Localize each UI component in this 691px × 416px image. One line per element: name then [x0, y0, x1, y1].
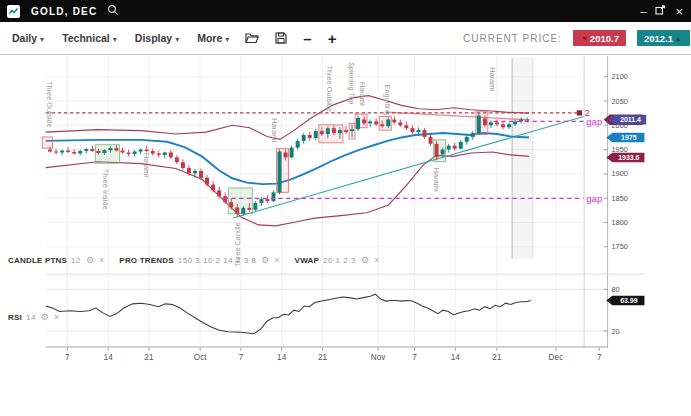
svg-text:2011.4: 2011.4	[620, 116, 641, 123]
svg-text:1933.6: 1933.6	[618, 154, 639, 161]
x-axis-label: 14	[451, 353, 461, 362]
settings-gear-icon[interactable]: ⚙	[361, 256, 369, 265]
settings-gear-icon[interactable]: ⚙	[261, 256, 269, 265]
x-axis-label: 7	[597, 353, 602, 362]
x-axis-label: 21	[144, 353, 154, 362]
ask-price-badge: 2012.1 ▴	[637, 30, 690, 46]
gap-label: gap	[586, 116, 602, 127]
svg-text:1975: 1975	[621, 134, 637, 141]
open-folder-icon[interactable]	[245, 32, 259, 44]
settings-gear-icon[interactable]: ⚙	[86, 256, 94, 265]
price-panel-legend: CANDLE PTNS12⚙×PRO TRENDS150 3 10 2 14 2…	[8, 256, 394, 265]
gap-label: gap	[586, 193, 602, 204]
x-axis-label: 14	[277, 353, 287, 362]
price-axis-label: 1900	[611, 169, 627, 178]
search-icon[interactable]	[107, 2, 119, 20]
pattern-name-label: Harami	[270, 118, 279, 142]
overlay-lines	[46, 96, 584, 226]
up-arrow-icon: ▴	[676, 34, 680, 43]
chevron-down-icon: ▾	[175, 35, 179, 44]
app-logo-icon	[7, 5, 20, 18]
bollinger-upper-line	[46, 96, 529, 140]
toolbar: Daily▾ Technical▾ Display▾ More▾ – + CUR…	[0, 22, 691, 55]
axes: 2100205020001950190018501800175080207142…	[46, 56, 646, 362]
price-axis-label: 1850	[611, 194, 627, 203]
indicator-legend-item: RSI14⚙×	[8, 313, 59, 322]
x-axis-label: 7	[239, 353, 244, 362]
pattern-name-label: Harami	[142, 153, 151, 177]
pattern-box	[42, 137, 52, 148]
close-button[interactable]: ×	[675, 5, 683, 18]
indicator-params: 150 3 10 2 14 2 3 8	[178, 256, 256, 265]
chevron-down-icon: ▾	[225, 35, 229, 44]
symbol-title: GOLD, DEC	[31, 6, 97, 17]
x-axis-label: Nov	[371, 353, 387, 362]
x-axis-label: 14	[104, 353, 114, 362]
rsi-panel: 63.99	[46, 294, 645, 334]
price-axis-label: 2050	[611, 97, 627, 106]
line-handle	[577, 110, 582, 115]
x-axis-label: 21	[492, 353, 502, 362]
price-axis-label: 1800	[611, 218, 627, 227]
indicator-legend-item: PRO TRENDS150 3 10 2 14 2 3 8⚙×	[119, 256, 279, 265]
indicator-params: 12	[71, 256, 81, 265]
pattern-name-label: Three Inside	[101, 169, 110, 210]
pattern-labels: Three OutsideThree InsideHaramiThree Can…	[45, 62, 497, 267]
chevron-down-icon: ▾	[40, 35, 44, 44]
rsi-line	[46, 294, 531, 334]
indicator-legend-item: CANDLE PTNS12⚙×	[8, 256, 104, 265]
zoom-in-button[interactable]: +	[328, 31, 337, 46]
chevron-down-icon: ▾	[113, 35, 117, 44]
price-axis-label: 1750	[611, 242, 627, 251]
current-price-label: CURRENT PRICE:	[463, 33, 562, 44]
indicator-name: PRO TRENDS	[119, 256, 173, 265]
remove-indicator-icon[interactable]: ×	[274, 256, 279, 265]
pattern-box	[228, 188, 252, 214]
x-axis-label: 7	[412, 353, 417, 362]
indicator-legend-item: VWAP20 1 2 3⚙×	[295, 256, 380, 265]
remove-indicator-icon[interactable]: ×	[54, 313, 59, 322]
popout-icon[interactable]	[655, 5, 666, 17]
remove-indicator-icon[interactable]: ×	[99, 256, 104, 265]
pattern-name-label: Three Outside	[325, 65, 334, 112]
x-axis-label: Dec	[549, 353, 564, 362]
pattern-name-label: Engulfing	[383, 85, 392, 116]
rsi-panel-legend: RSI14⚙×	[8, 313, 74, 322]
indicator-name: VWAP	[295, 256, 319, 265]
indicator-params: 14	[26, 313, 36, 322]
indicator-name: CANDLE PTNS	[8, 256, 67, 265]
price-axis-label: 2100	[611, 72, 627, 81]
pattern-name-label: Harami	[358, 82, 367, 106]
menu-technical[interactable]: Technical▾	[62, 32, 117, 44]
chart-area[interactable]: 2gapgapThree OutsideThree InsideHaramiTh…	[0, 55, 691, 416]
rsi-axis-label: 80	[611, 285, 619, 294]
down-arrow-icon: ▾	[583, 34, 587, 43]
menu-display[interactable]: Display▾	[135, 32, 179, 44]
pattern-name-label: Harami	[488, 67, 497, 91]
bid-price-badge: ▾ 2010.7	[573, 30, 626, 46]
x-axis-label: 7	[65, 353, 70, 362]
zoom-out-button[interactable]: –	[303, 31, 311, 46]
indicator-params: 20 1 2 3	[323, 256, 356, 265]
svg-text:63.99: 63.99	[620, 297, 638, 304]
title-bar: GOLD, DEC – ×	[0, 0, 691, 22]
menu-daily[interactable]: Daily▾	[12, 32, 44, 44]
pattern-name-label: Spinning Top	[347, 62, 356, 104]
pattern-name-label: Three Outside	[45, 81, 54, 128]
settings-gear-icon[interactable]: ⚙	[41, 313, 49, 322]
indicator-name: RSI	[8, 313, 22, 322]
save-icon[interactable]	[275, 32, 287, 44]
x-axis-label: 21	[318, 353, 328, 362]
highlight-band	[512, 58, 533, 259]
remove-indicator-icon[interactable]: ×	[374, 256, 379, 265]
pattern-name-label: Harami	[432, 168, 441, 192]
chart-canvas[interactable]: 2gapgapThree OutsideThree InsideHaramiTh…	[0, 55, 691, 416]
pattern-box	[95, 145, 119, 163]
menu-more[interactable]: More▾	[197, 32, 229, 44]
axis-badges: 2011.419751933.6	[604, 115, 647, 163]
x-axis-label: Oct	[194, 353, 208, 362]
minimize-button[interactable]: –	[640, 6, 646, 17]
rsi-axis-label: 20	[611, 327, 619, 336]
